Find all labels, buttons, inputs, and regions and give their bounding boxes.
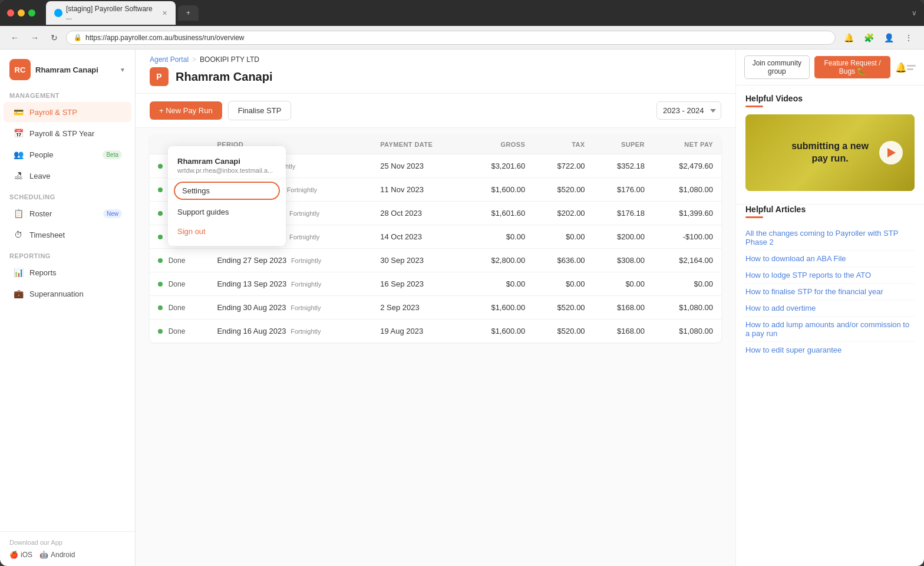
status-dot [158,211,163,216]
panel-layout-toggle[interactable] [907,62,916,73]
sign-out-menu-item[interactable]: Sign out [168,222,286,241]
row-super: $308.00 [593,249,653,272]
article-link-stp-phase2[interactable]: All the changes coming to Payroller with… [745,225,915,251]
sidebar-item-people-label: People [29,150,53,159]
active-tab[interactable]: [staging] Payroller Software ... ✕ [46,1,176,25]
tab-close-button[interactable]: ✕ [162,9,167,17]
payroll-stp-icon: 💳 [13,107,24,117]
android-link[interactable]: 🤖 Android [39,551,75,559]
forward-button[interactable]: → [27,31,42,45]
helpful-videos-underline [745,106,763,107]
new-pay-run-button[interactable]: + New Pay Run [150,101,222,120]
row-tax: $0.00 [533,272,593,296]
close-window-button[interactable] [7,9,14,17]
row-super: $176.00 [593,178,653,202]
breadcrumb-separator: > [192,55,196,64]
extensions-button[interactable]: 🧩 [860,29,877,46]
row-net-pay: $0.00 [653,272,721,296]
status-dot [158,282,163,287]
management-section-label: Management [0,85,135,101]
profile-button[interactable]: 👤 [880,29,897,46]
row-super: $176.18 [593,202,653,225]
row-payment-date: 11 Nov 2023 [372,178,465,202]
traffic-lights [7,9,35,17]
right-panel: Join community group Feature Request / B… [735,50,924,566]
table-row[interactable]: Done Ending 13 Sep 2023 Fortnightly 16 S… [150,272,721,296]
sidebar-item-people[interactable]: 👥 People Beta [4,144,131,164]
dropdown-user-email: wrtdw.pr.rhea@inbox.testmail.a... [177,167,276,174]
maximize-window-button[interactable] [28,9,35,17]
article-link-super-guarantee[interactable]: How to edit super guarantee [745,342,915,358]
table-row[interactable]: Done Ending 16 Aug 2023 Fortnightly 19 A… [150,320,721,343]
status-dot [158,235,163,239]
status-dot [158,329,163,334]
helpful-videos-title: Helpful Videos [745,94,915,103]
new-pay-run-label: + New Pay Run [159,106,213,115]
row-super: $352.18 [593,154,653,178]
feature-request-button[interactable]: Feature Request / Bugs 🐛 [814,56,891,78]
minimize-window-button[interactable] [18,9,25,17]
finalise-stp-button[interactable]: Finalise STP [228,101,292,120]
video-thumbnail[interactable]: submitting a new pay run. [745,114,915,191]
year-selector[interactable]: 2023 - 2024 2022 - 2023 2021 - 2022 [656,101,721,120]
timesheet-icon: ⏱ [13,229,24,240]
sidebar-item-payroll-stp[interactable]: 💳 Payroll & STP [4,102,131,122]
back-button[interactable]: ← [7,31,22,45]
col-net-pay: NET PAY [653,135,721,154]
join-community-button[interactable]: Join community group [744,55,810,79]
finalise-stp-label: Finalise STP [238,106,282,115]
sidebar-item-reports[interactable]: 📊 Reports [4,262,131,282]
article-link-lump-amounts[interactable]: How to add lump amounts and/or commissio… [745,317,915,342]
row-super: $0.00 [593,272,653,296]
row-net-pay: $1,080.00 [653,320,721,343]
table-row[interactable]: Done Ending 27 Sep 2023 Fortnightly 30 S… [150,249,721,272]
col-payment-date: PAYMENT DATE [372,135,465,154]
new-tab-button[interactable]: + [178,5,199,21]
row-gross: $2,800.00 [465,249,533,272]
bell-button[interactable]: 🔔 [895,62,907,73]
sidebar-item-roster[interactable]: 📋 Roster New [4,203,131,223]
helpful-videos-section: Helpful Videos submitting a new pay run. [736,85,924,199]
article-link-aba-file[interactable]: How to download an ABA File [745,251,915,267]
notifications-button[interactable]: 🔔 [840,29,857,46]
row-payment-date: 19 Aug 2023 [372,320,465,343]
article-link-lodge-stp[interactable]: How to lodge STP reports to the ATO [745,267,915,284]
address-bar[interactable]: 🔒 https://app.payroller.com.au/business/… [66,31,836,45]
app-links: 🍎 iOS 🤖 Android [9,551,126,559]
table-row[interactable]: Done Ending 30 Aug 2023 Fortnightly 2 Se… [150,296,721,320]
settings-menu-item[interactable]: Settings [174,182,280,200]
panel-top-bar: Join community group Feature Request / B… [736,50,924,85]
sidebar-item-payroll-stp-year[interactable]: 📅 Payroll & STP Year [4,123,131,143]
sidebar-user[interactable]: RC Rhamram Canapi ▼ [0,50,135,85]
status-dot [158,164,163,169]
android-icon: 🤖 [39,551,48,559]
sidebar-item-leave[interactable]: 🏖 Leave [4,166,131,186]
article-link-overtime[interactable]: How to add overtime [745,300,915,317]
status-text: Done [169,280,186,288]
refresh-button[interactable]: ↻ [47,31,61,45]
leave-icon: 🏖 [13,170,24,181]
row-tax: $520.00 [533,178,593,202]
menu-button[interactable]: ⋮ [900,29,917,46]
user-info: Rhamram Canapi [35,65,115,74]
article-link-finalise-stp[interactable]: How to finalise STP for the financial ye… [745,284,915,300]
row-net-pay: $2,479.60 [653,154,721,178]
ios-link[interactable]: 🍎 iOS [9,551,32,559]
sidebar-item-superannuation[interactable]: 💼 Superannuation [4,284,131,304]
support-guides-menu-item[interactable]: Support guides [168,202,286,222]
row-super: $200.00 [593,225,653,249]
breadcrumb-portal-link[interactable]: Agent Portal [150,55,189,64]
reports-icon: 📊 [13,267,24,278]
superannuation-icon: 💼 [13,288,24,299]
tab-favicon [54,9,62,17]
row-period: Ending 13 Sep 2023 Fortnightly [209,272,372,296]
page-title: Rhamram Canapi [176,70,273,84]
browser-window: [staging] Payroller Software ... ✕ + ∨ ←… [0,0,924,566]
row-net-pay: $1,080.00 [653,178,721,202]
sidebar: RC Rhamram Canapi ▼ Management 💳 Payroll… [0,50,136,566]
sidebar-bottom: Download our App 🍎 iOS 🤖 Android [0,531,135,566]
row-tax: $0.00 [533,225,593,249]
status-text: Done [169,256,186,265]
play-button[interactable] [879,141,903,164]
sidebar-item-timesheet[interactable]: ⏱ Timesheet [4,225,131,245]
